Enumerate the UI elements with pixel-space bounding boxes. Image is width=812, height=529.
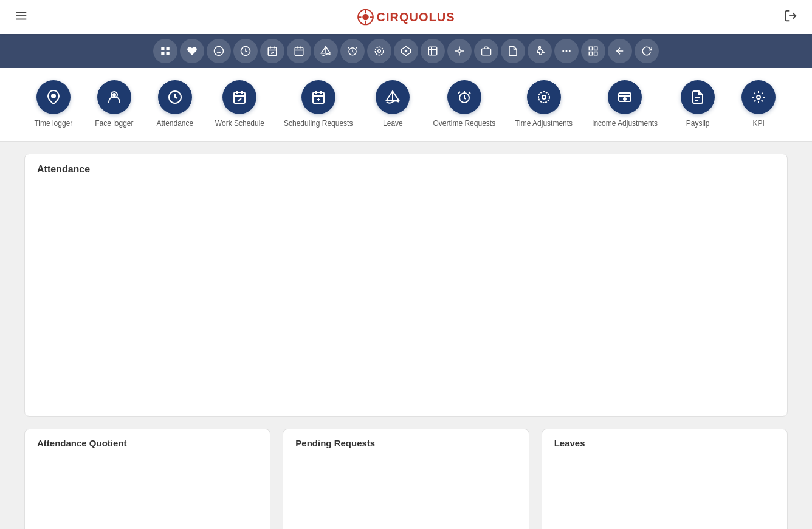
logo: CIRQUOLUS — [357, 9, 455, 26]
svg-line-69 — [469, 92, 470, 94]
leave-icon — [376, 80, 410, 114]
main-content: Attendance Attendance Quotient Pending R… — [0, 142, 812, 529]
time-logger-label: Time logger — [34, 119, 72, 129]
app-grid: Time logger Face logger Attendance Work … — [0, 68, 812, 142]
toolbar-refresh[interactable] — [635, 39, 659, 63]
app-item-kpi[interactable]: KPI — [728, 75, 789, 134]
app-item-time-logger[interactable]: Time logger — [23, 75, 84, 134]
attendance-quotient-panel: Attendance Quotient — [24, 429, 270, 529]
toolbar-sailboat[interactable] — [314, 39, 338, 63]
toolbar-briefcase[interactable] — [474, 39, 498, 63]
toolbar-calendar-check[interactable] — [260, 39, 284, 63]
attendance-quotient-body — [25, 457, 270, 529]
svg-line-29 — [356, 47, 357, 48]
toolbar-block[interactable] — [421, 39, 445, 63]
svg-point-4 — [362, 14, 369, 21]
logo-icon — [357, 9, 374, 26]
svg-point-43 — [539, 47, 541, 49]
face-logger-label: Face logger — [95, 119, 133, 129]
svg-point-72 — [542, 95, 546, 99]
app-header: CIRQUOLUS — [0, 0, 812, 34]
toolbar — [0, 34, 812, 68]
leave-label: Leave — [383, 119, 403, 129]
svg-point-45 — [566, 50, 568, 52]
svg-point-52 — [52, 94, 55, 98]
attendance-icon — [158, 80, 192, 114]
svg-point-31 — [375, 47, 384, 55]
toolbar-favorite[interactable] — [180, 39, 204, 63]
toolbar-more[interactable] — [554, 39, 579, 63]
attendance-panel-body — [25, 185, 787, 416]
income-adjustments-label: Income Adjustments — [592, 119, 658, 129]
svg-rect-49 — [594, 52, 597, 55]
toolbar-spinner[interactable] — [367, 39, 391, 63]
toolbar-document[interactable] — [501, 39, 525, 63]
svg-rect-34 — [428, 47, 437, 55]
attendance-quotient-header: Attendance Quotient — [25, 429, 270, 457]
work-schedule-label: Work Schedule — [215, 119, 264, 129]
app-item-time-adjustments[interactable]: Time Adjustments — [505, 75, 582, 134]
svg-point-33 — [405, 50, 407, 52]
bottom-row: Attendance Quotient Pending Requests Lea… — [24, 429, 788, 529]
attendance-label: Attendance — [157, 119, 194, 129]
app-item-income-adjustments[interactable]: Income Adjustments — [582, 75, 667, 134]
logo-text: CIRQUOLUS — [377, 10, 455, 24]
app-item-work-schedule[interactable]: Work Schedule — [205, 75, 274, 134]
income-adjustments-icon — [608, 80, 642, 114]
attendance-panel: Attendance — [24, 154, 788, 417]
kpi-label: KPI — [752, 119, 764, 129]
svg-rect-47 — [589, 47, 592, 50]
leaves-panel: Leaves — [542, 429, 788, 529]
app-item-payslip[interactable]: Payslip — [667, 75, 728, 134]
svg-rect-50 — [589, 52, 592, 55]
payslip-label: Payslip — [686, 119, 710, 129]
svg-point-46 — [569, 50, 571, 52]
svg-line-68 — [458, 92, 460, 94]
svg-line-85 — [762, 93, 763, 94]
logout-button[interactable] — [779, 4, 802, 30]
app-item-overtime-requests[interactable]: Overtime Requests — [423, 75, 505, 134]
overtime-requests-icon — [447, 80, 481, 114]
leaves-body — [542, 457, 787, 529]
svg-rect-18 — [268, 47, 277, 56]
toolbar-grid[interactable] — [581, 39, 605, 63]
pending-requests-body — [283, 457, 528, 529]
svg-rect-42 — [482, 49, 491, 55]
toolbar-back[interactable] — [608, 39, 632, 63]
leaves-title: Leaves — [554, 438, 585, 448]
menu-button[interactable] — [10, 4, 33, 30]
face-logger-icon — [97, 80, 131, 114]
svg-rect-13 — [161, 52, 164, 55]
toolbar-network[interactable] — [447, 39, 472, 63]
svg-point-37 — [458, 50, 461, 53]
toolbar-face[interactable] — [207, 39, 231, 63]
toolbar-calendar[interactable] — [287, 39, 311, 63]
svg-point-44 — [562, 50, 564, 52]
svg-line-83 — [754, 93, 755, 94]
attendance-panel-header: Attendance — [25, 154, 787, 185]
app-item-scheduling-requests[interactable]: Scheduling Requests — [274, 75, 362, 134]
toolbar-clock[interactable] — [233, 39, 258, 63]
kpi-icon — [741, 80, 776, 114]
svg-line-28 — [348, 47, 349, 48]
scheduling-requests-icon — [301, 80, 335, 114]
toolbar-dashboard[interactable] — [153, 39, 177, 63]
app-item-face-logger[interactable]: Face logger — [84, 75, 145, 134]
toolbar-alarm[interactable] — [340, 39, 365, 63]
svg-point-30 — [378, 50, 381, 53]
svg-rect-60 — [313, 92, 324, 103]
svg-point-78 — [757, 95, 760, 99]
pending-requests-title: Pending Requests — [295, 438, 375, 448]
svg-line-86 — [754, 100, 755, 101]
toolbar-tag[interactable] — [394, 39, 418, 63]
svg-rect-22 — [295, 47, 303, 56]
toolbar-walker[interactable] — [528, 39, 552, 63]
app-item-leave[interactable]: Leave — [362, 75, 423, 134]
time-adjustments-label: Time Adjustments — [515, 119, 573, 129]
scheduling-requests-label: Scheduling Requests — [284, 119, 353, 129]
app-item-attendance[interactable]: Attendance — [145, 75, 205, 134]
svg-point-71 — [538, 92, 549, 103]
svg-point-54 — [113, 94, 115, 96]
svg-rect-12 — [167, 52, 170, 55]
pending-requests-panel: Pending Requests — [283, 429, 529, 529]
